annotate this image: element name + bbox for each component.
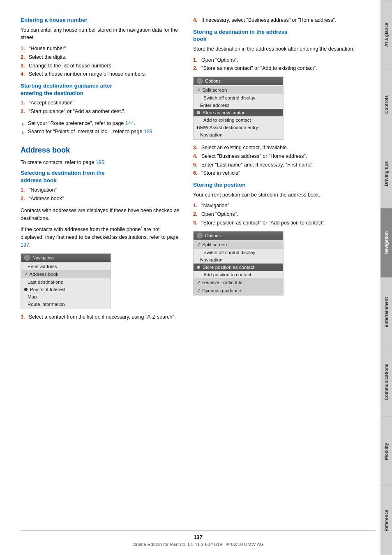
page-link[interactable]: 144: [125, 120, 134, 126]
step-text: "House number": [29, 45, 66, 53]
house-number-steps: 1."House number" 2.Select the digits. 3.…: [21, 45, 181, 78]
step-text: "Navigation": [201, 202, 229, 210]
section-title-address-book: Address book: [21, 146, 181, 155]
dot-icon: [197, 266, 200, 269]
step-text: Open "Options".: [201, 210, 238, 218]
step-text: Change to the list of house numbers.: [29, 62, 113, 70]
step-num: 3.: [21, 313, 26, 321]
tab-controls[interactable]: Controls: [380, 69, 392, 139]
step-num: 3.: [193, 144, 199, 152]
section-title-selecting-dest: Selecting a destination from theaddress …: [21, 169, 181, 184]
step-num: 2.: [21, 195, 26, 203]
screenshot-menu: Split screen Switch off control display …: [194, 240, 283, 296]
guidance-arrows: ▷ Set your "Route preference", refer to …: [21, 120, 181, 136]
step-item: 4.Select a house number or range of hous…: [21, 70, 181, 78]
step-text: Enter "Last name" and, if necessary, "Fi…: [201, 161, 315, 169]
tab-entertainment[interactable]: Entertainment: [380, 278, 392, 347]
step-text: Select an existing contact, if available…: [201, 144, 288, 152]
menu-store-position[interactable]: Store position as contact: [194, 264, 283, 271]
tab-navigation[interactable]: Navigation: [380, 208, 392, 278]
step-text: If necessary, select "Business address" …: [201, 16, 337, 24]
tab-driving-tips[interactable]: Driving tips: [380, 139, 392, 208]
storing-steps: 1.Open "Options". 2."Store as new contac…: [193, 56, 368, 73]
menu-split-screen-2[interactable]: Split screen: [194, 240, 283, 249]
step-item: 4.If necessary, select "Business address…: [193, 16, 368, 24]
page-link[interactable]: 139: [144, 129, 152, 134]
screenshot-title: Options: [205, 79, 221, 83]
menu-dynamic-guidance[interactable]: Dynamic guidance: [194, 287, 283, 295]
step-num: 3.: [21, 62, 26, 70]
step-text: "Navigation": [29, 186, 57, 194]
tab-reference[interactable]: Reference: [380, 486, 392, 555]
arrow-item: ▷ Search for "Points of Interest at loc.…: [21, 128, 181, 136]
menu-split-screen[interactable]: Split screen: [194, 86, 283, 94]
menu-map[interactable]: Map: [21, 293, 111, 301]
menu-last-dest[interactable]: Last destinations: [21, 278, 111, 286]
page-footer: 137 Online Edition for Part no. 01 41 2 …: [21, 530, 376, 547]
step-text: "Start guidance" or "Add as another dest…: [29, 108, 125, 116]
step-num: 5.: [193, 161, 199, 169]
tab-at-a-glance[interactable]: At a glance: [380, 0, 392, 69]
step-text: "Store position as contact" or "Add posi…: [201, 219, 326, 227]
menu-navigation[interactable]: Navigation: [194, 131, 283, 139]
step-num: 1.: [21, 99, 26, 107]
right-step4: 4.If necessary, select "Business address…: [193, 16, 368, 24]
screenshot-titlebar: Options: [194, 231, 283, 240]
step-item: 4.Select "Business address" or "Home add…: [193, 153, 368, 160]
step-num: 1.: [193, 56, 199, 64]
menu-poi[interactable]: Points of Interest: [21, 286, 111, 293]
tab-communications[interactable]: Communications: [380, 347, 392, 416]
step-num: 2.: [21, 53, 26, 61]
step-item: 2."Store as new contact" or "Add to exis…: [193, 65, 368, 72]
storing-position-intro: Your current position can be stored in t…: [193, 191, 368, 199]
guidance-steps: 1."Accept destination" 2."Start guidance…: [21, 99, 181, 116]
step-num: 4.: [193, 16, 199, 24]
storing-intro: Store the destination in the address boo…: [193, 45, 368, 53]
menu-switch-off-2[interactable]: Switch off control display: [194, 249, 283, 256]
step-item: 3.Change to the list of house numbers.: [21, 62, 181, 70]
menu-store-new[interactable]: Store as new contact: [194, 109, 283, 116]
section-title-storing-dest: Storing a destination in the addressbook: [193, 28, 368, 43]
menu-receive-traffic[interactable]: Receive Traffic Info: [194, 278, 283, 287]
menu-add-position[interactable]: Add position to contact: [194, 271, 283, 278]
step-text: Select the digits.: [29, 53, 67, 61]
step-num: 3.: [193, 219, 199, 227]
step-item: 1."Navigation": [21, 186, 181, 194]
step-item: 2.Select the digits.: [21, 53, 181, 61]
step-text: "Accept destination": [29, 99, 74, 107]
options-screenshot-1: Options Split screen Switch off control …: [193, 76, 284, 140]
nav-icon: [197, 78, 203, 84]
menu-navigation-2[interactable]: Navigation: [194, 256, 283, 264]
page-number: 137: [21, 534, 376, 540]
step-item: 3.Select an existing contact, if availab…: [193, 144, 368, 152]
page-link-196[interactable]: 196: [96, 160, 104, 165]
step-num: 6.: [193, 169, 199, 177]
tab-mobility[interactable]: Mobility: [380, 416, 392, 486]
address-book-intro: To create contacts, refer to page 196.: [21, 159, 181, 166]
menu-add-existing[interactable]: Add to existing contact: [194, 116, 283, 124]
dot-icon: [24, 288, 28, 291]
footnote-marker: *: [141, 226, 143, 230]
menu-bmw-assist[interactable]: BMW Assist destination entry: [194, 124, 283, 131]
menu-route-info[interactable]: Route information: [21, 301, 111, 308]
menu-enter-address[interactable]: Enter address: [194, 102, 283, 109]
step-item: 2."Start guidance" or "Add as another de…: [21, 108, 181, 116]
screenshot-title: Options: [205, 233, 221, 238]
section-title-guidance: Starting destination guidance afterenter…: [21, 82, 181, 97]
step-item: 2.Open "Options".: [193, 210, 368, 218]
menu-address-book[interactable]: Address book: [21, 270, 111, 278]
page-link-197[interactable]: 197: [21, 242, 29, 248]
step-item: 3.Select a contact from the list or, if …: [21, 313, 181, 321]
section-title-house-number: Entering a house number: [21, 16, 181, 24]
selecting-step3: 3.Select a contact from the list or, if …: [21, 313, 181, 321]
nav-icon: [24, 255, 30, 261]
contacts-para1: Contacts with addresses are displayed if…: [21, 207, 181, 222]
step-text: "Store as new contact" or "Add to existi…: [201, 65, 317, 72]
menu-enter-address[interactable]: Enter address: [21, 263, 111, 270]
selecting-steps: 1."Navigation" 2."Address book": [21, 186, 181, 203]
side-tabs: At a glance Controls Driving tips Naviga…: [380, 0, 392, 555]
step-text: Select a contact from the list or, if ne…: [29, 313, 175, 321]
footer-text: Online Edition for Part no. 01 41 2 604 …: [132, 542, 263, 547]
step-num: 1.: [21, 186, 26, 194]
menu-switch-off[interactable]: Switch off control display: [194, 94, 283, 102]
